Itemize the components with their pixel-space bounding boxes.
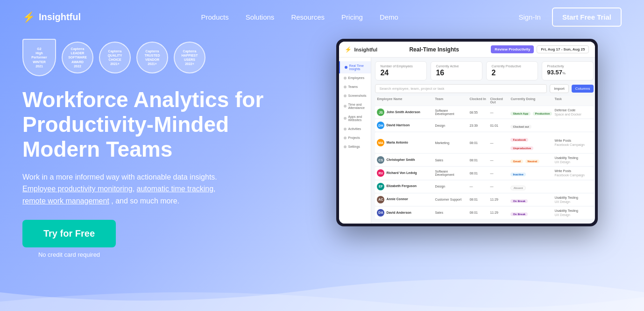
task-cell: Usability TestingUX Design <box>554 209 592 217</box>
sidebar-dot-settings <box>344 145 347 148</box>
clocked-out: — <box>490 111 509 114</box>
employee-team: Software Development <box>435 170 467 176</box>
hero-subtext: Work in a more informed way with actiona… <box>22 171 265 207</box>
import-button[interactable]: Import <box>550 84 569 93</box>
sidebar-item-teams[interactable]: Teams <box>339 82 371 91</box>
clocked-out: — <box>490 159 509 162</box>
try-free-button[interactable]: Try for Free <box>22 220 116 247</box>
clocked-in: 08:01 <box>469 172 488 175</box>
avatar: RV <box>377 169 384 177</box>
stat-employees: Number of Employees 24 <box>375 61 427 80</box>
sidebar-dot-projects <box>344 137 347 139</box>
search-row: Search employee, team, project or task I… <box>375 84 594 93</box>
link-time-tracking[interactable]: automatic time tracking <box>137 185 214 193</box>
th-clocked-in: Clocked In <box>469 97 488 104</box>
sidebar-item-time[interactable]: Time and Attendance <box>339 100 371 112</box>
nav-demo[interactable]: Demo <box>380 13 398 21</box>
link-remote-work[interactable]: remote work management <box>22 197 109 205</box>
dash-logo-icon: ⚡ <box>345 46 352 53</box>
stat-active: Currently Active 16 <box>431 61 482 80</box>
stat-productive-value: 2 <box>491 69 533 77</box>
signin-link[interactable]: Sign-In <box>518 13 541 21</box>
stat-productive: Currently Productive 2 <box>486 61 538 80</box>
sidebar-item-screenshots[interactable]: Screenshots <box>339 91 371 100</box>
dashboard-inner: ⚡ Insightful Real-Time Insights Review P… <box>339 42 595 224</box>
nav-solutions[interactable]: Solutions <box>246 13 275 21</box>
th-task: Task <box>554 97 592 104</box>
avatar: JS <box>377 108 384 116</box>
th-clocked-out: Clocked Out <box>490 97 509 104</box>
employee-team: Design <box>435 185 467 188</box>
sidebar-item-settings[interactable]: Settings <box>339 142 371 151</box>
employee-name: John Smith Anderson <box>386 110 420 114</box>
nav-resources[interactable]: Resources <box>291 13 325 21</box>
wave-decoration <box>0 274 644 311</box>
clocked-in: 08:01 <box>469 211 488 214</box>
avatar: MA <box>377 139 384 146</box>
sidebar-item-projects[interactable]: Projects <box>339 133 371 142</box>
sidebar-label-time: Time and Attendance <box>348 103 367 109</box>
th-name: Employee Name <box>377 97 433 104</box>
employee-team: Marketing <box>435 141 467 145</box>
task-cell: Write PostsFacebook Campaign <box>554 138 592 147</box>
employee-team: Sales <box>435 211 467 214</box>
badge-quality: CapterraQUALITYCHOICE2021+ <box>99 42 131 73</box>
employee-team: Software Development <box>435 109 467 116</box>
avatar: EF <box>377 183 384 190</box>
sidebar-label-settings: Settings <box>348 145 360 148</box>
dashboard-body: Real Time Insights Employees Teams <box>339 58 595 224</box>
table-row: RV Richard Von Ledvig Software Developme… <box>375 167 594 179</box>
link-productivity[interactable]: Employee productivity monitoring <box>22 185 133 193</box>
sidebar-dot-time <box>344 105 347 108</box>
search-box[interactable]: Search employee, team, project or task <box>375 84 547 93</box>
table-row: DH David Harrison Design 23:39 01:01 Clo… <box>375 119 594 131</box>
stat-active-label: Currently Active <box>436 65 477 68</box>
logo-icon: ⚡ <box>22 11 35 23</box>
clocked-out: — <box>490 141 509 145</box>
clocked-in: 08:01 <box>469 198 488 201</box>
sidebar-dot-realtime <box>345 66 347 69</box>
stat-productivity: Productivity 93.57% <box>542 61 594 80</box>
sidebar-dot-apps <box>344 117 347 120</box>
main-container: G2HighPerformerWINTER2021 CapterraLEADER… <box>0 34 644 258</box>
columns-button[interactable]: Columns <box>572 85 594 93</box>
stat-employees-value: 24 <box>380 69 422 77</box>
sidebar-label-realtime: Real Time Insights <box>349 64 367 71</box>
stat-productive-label: Currently Productive <box>491 65 533 68</box>
task-cell: Defense CodeSpace and Docker <box>554 108 592 116</box>
nav-pricing[interactable]: Pricing <box>341 13 363 21</box>
sidebar-item-activities[interactable]: Activities <box>339 124 371 133</box>
sidebar-item-realtime[interactable]: Real Time Insights <box>339 61 371 73</box>
current-status: On Break <box>510 195 552 204</box>
date-range-btn[interactable]: Fri, Aug 17 - Sun, Aug 25 <box>537 45 589 53</box>
nav-links: Products Solutions Resources Pricing Dem… <box>201 13 398 22</box>
sidebar-dot-teams <box>344 86 347 88</box>
page-title: Workforce Analytics for Productivity-Min… <box>22 87 293 162</box>
table-row: MA Maria Antonio Marketing 08:01 — Faceb… <box>375 132 594 153</box>
no-credit-text: No credit card required <box>22 251 116 258</box>
employee-name: Maria Antonio <box>386 141 408 145</box>
nav-products[interactable]: Products <box>201 13 228 21</box>
current-status: Clocked out <box>510 121 552 130</box>
start-trial-button[interactable]: Start Free Trial <box>552 7 622 27</box>
employee-cell: EF Elizabeth Ferguson <box>377 183 433 190</box>
clocked-in: 23:39 <box>469 124 488 127</box>
sidebar-label-activities: Activities <box>348 127 361 130</box>
clocked-in: 08:01 <box>469 159 488 162</box>
employee-cell: AC Annie Connor <box>377 196 433 203</box>
stat-productivity-value: 93.57% <box>547 69 588 76</box>
clocked-out: — <box>490 172 509 175</box>
task-cell: Usability TestingUX Design <box>554 156 592 164</box>
table-row: JS John Smith Anderson Software Developm… <box>375 106 594 118</box>
current-status: Absent <box>510 182 552 191</box>
clocked-out: 01:01 <box>490 124 509 127</box>
review-productivity-btn[interactable]: Review Productivity <box>491 45 534 53</box>
employee-cell: DA David Anderson <box>377 209 433 217</box>
employee-cell: CS Christopher Smith <box>377 156 433 164</box>
clocked-out: 11:29 <box>490 211 509 214</box>
avatar: DA <box>377 209 384 217</box>
table-row: DA David Anderson Sales 08:01 11:29 On B… <box>375 207 594 219</box>
current-status: On Break <box>510 209 552 217</box>
sidebar-item-employees[interactable]: Employees <box>339 73 371 82</box>
sidebar-item-apps[interactable]: Apps and Websites <box>339 112 371 124</box>
